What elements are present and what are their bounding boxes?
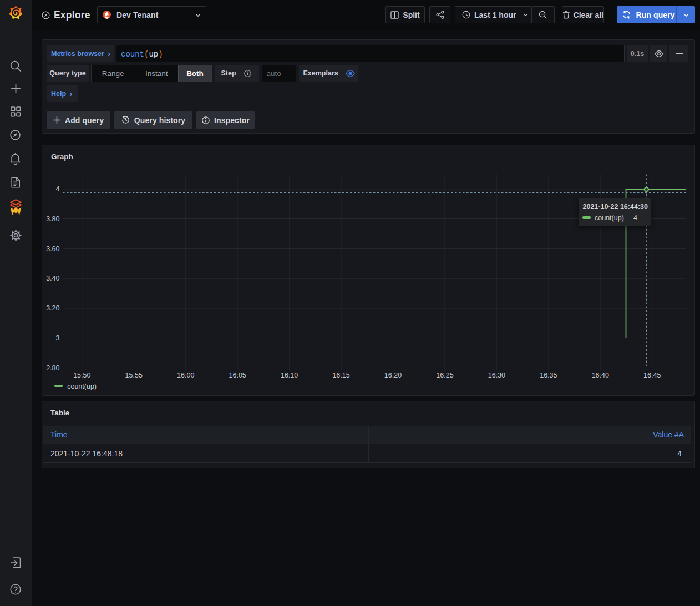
svg-text:4: 4 (56, 185, 60, 193)
svg-text:16:35: 16:35 (540, 371, 557, 379)
svg-text:3.20: 3.20 (46, 304, 59, 312)
svg-text:15:55: 15:55 (125, 371, 143, 379)
svg-text:16:10: 16:10 (281, 371, 298, 379)
svg-text:16:45: 16:45 (643, 371, 661, 379)
svg-text:3.40: 3.40 (46, 274, 59, 282)
svg-text:16:00: 16:00 (177, 371, 194, 379)
svg-text:15:50: 15:50 (73, 371, 90, 379)
svg-text:3: 3 (56, 334, 60, 342)
svg-text:16:25: 16:25 (436, 371, 453, 379)
svg-text:16:40: 16:40 (592, 371, 609, 379)
svg-text:count(up): count(up) (67, 383, 97, 390)
svg-text:16:30: 16:30 (488, 371, 505, 379)
svg-text:3.80: 3.80 (46, 215, 59, 223)
svg-text:3.60: 3.60 (46, 245, 59, 253)
svg-text:16:05: 16:05 (229, 371, 246, 379)
svg-text:16:15: 16:15 (332, 371, 349, 379)
svg-text:2.80: 2.80 (46, 364, 59, 372)
svg-text:16:20: 16:20 (384, 371, 402, 379)
